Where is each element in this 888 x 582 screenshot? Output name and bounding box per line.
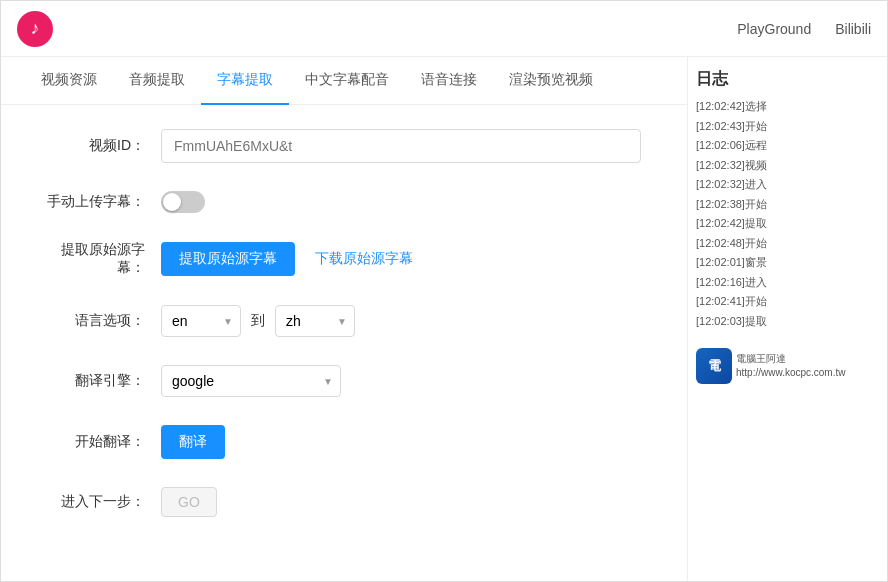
translator-select-wrapper: google baidu deepl ▼ <box>161 365 341 397</box>
log-entry-10: [12:02:41]开始 <box>696 293 879 310</box>
translate-button[interactable]: 翻译 <box>161 425 225 459</box>
log-entry-7: [12:02:48]开始 <box>696 235 879 252</box>
app-container: ♪ PlayGround Bilibili 视频资源 音频提取 字幕提取 中文字… <box>0 0 888 582</box>
log-entry-5: [12:02:38]开始 <box>696 196 879 213</box>
form-content: 视频ID： 手动上传字幕： 提取原始源字幕： <box>1 105 687 581</box>
tab-chinese-dub[interactable]: 中文字幕配音 <box>289 57 405 105</box>
video-id-input[interactable] <box>161 129 641 163</box>
lang-to-select[interactable]: zh en ja <box>275 305 355 337</box>
tabs-bar: 视频资源 音频提取 字幕提取 中文字幕配音 语音连接 渲染预览视频 <box>1 57 687 105</box>
language-row: 语言选项： en zh ja ▼ 到 <box>41 305 647 337</box>
next-step-control: GO <box>161 487 641 517</box>
manual-upload-control <box>161 191 641 213</box>
tab-subtitle-extract[interactable]: 字幕提取 <box>201 57 289 105</box>
content-area: 视频资源 音频提取 字幕提取 中文字幕配音 语音连接 渲染预览视频 视频ID： <box>1 57 687 581</box>
language-label: 语言选项： <box>41 312 161 330</box>
header-nav: PlayGround Bilibili <box>737 17 871 41</box>
log-entry-4: [12:02:32]进入 <box>696 176 879 193</box>
translator-row: 翻译引擎： google baidu deepl ▼ <box>41 365 647 397</box>
video-id-row: 视频ID： <box>41 129 647 163</box>
watermark-text-block: 電腦王阿達 http://www.kocpc.com.tw <box>736 352 845 380</box>
header-left: ♪ <box>17 11 53 47</box>
watermark-icon: 電 <box>696 348 732 384</box>
watermark: 電 電腦王阿達 http://www.kocpc.com.tw <box>696 332 879 384</box>
tab-audio-extract[interactable]: 音频提取 <box>113 57 201 105</box>
extract-subtitle-row: 提取原始源字幕： 提取原始源字幕 下载原始源字幕 <box>41 241 647 277</box>
tab-render-preview[interactable]: 渲染预览视频 <box>493 57 609 105</box>
video-id-label: 视频ID： <box>41 137 161 155</box>
log-entry-8: [12:02:01]窗景 <box>696 254 879 271</box>
main-layout: 视频资源 音频提取 字幕提取 中文字幕配音 语音连接 渲染预览视频 视频ID： <box>1 57 887 581</box>
toggle-knob <box>163 193 181 211</box>
log-entry-1: [12:02:43]开始 <box>696 118 879 135</box>
tab-voice-connect[interactable]: 语音连接 <box>405 57 493 105</box>
extract-subtitle-control: 提取原始源字幕 下载原始源字幕 <box>161 242 641 276</box>
watermark-url: http://www.kocpc.com.tw <box>736 366 845 380</box>
lang-to-wrapper: zh en ja ▼ <box>275 305 355 337</box>
lang-to-separator: 到 <box>251 312 265 330</box>
translator-label: 翻译引擎： <box>41 372 161 390</box>
translator-control: google baidu deepl ▼ <box>161 365 641 397</box>
manual-upload-label: 手动上传字幕： <box>41 193 161 211</box>
log-entry-11: [12:02:03]提取 <box>696 313 879 330</box>
extract-subtitle-label: 提取原始源字幕： <box>41 241 161 277</box>
tab-video-source[interactable]: 视频资源 <box>25 57 113 105</box>
log-entry-2: [12:02:06]远程 <box>696 137 879 154</box>
start-translate-label: 开始翻译： <box>41 433 161 451</box>
logo-icon: ♪ <box>17 11 53 47</box>
manual-upload-row: 手动上传字幕： <box>41 191 647 213</box>
download-subtitle-link[interactable]: 下载原始源字幕 <box>315 250 413 268</box>
next-step-row: 进入下一步： GO <box>41 487 647 517</box>
lang-from-wrapper: en zh ja ▼ <box>161 305 241 337</box>
nav-bilibili[interactable]: Bilibili <box>835 17 871 41</box>
language-control: en zh ja ▼ 到 zh en <box>161 305 641 337</box>
nav-playground[interactable]: PlayGround <box>737 17 811 41</box>
watermark-site-label: 電腦王阿達 <box>736 352 845 366</box>
start-translate-row: 开始翻译： 翻译 <box>41 425 647 459</box>
log-title: 日志 <box>696 69 879 90</box>
extract-subtitle-button[interactable]: 提取原始源字幕 <box>161 242 295 276</box>
start-translate-control: 翻译 <box>161 425 641 459</box>
video-id-control <box>161 129 641 163</box>
lang-from-select[interactable]: en zh ja <box>161 305 241 337</box>
log-entry-9: [12:02:16]进入 <box>696 274 879 291</box>
log-entry-6: [12:02:42]提取 <box>696 215 879 232</box>
manual-upload-toggle[interactable] <box>161 191 205 213</box>
translator-select[interactable]: google baidu deepl <box>161 365 341 397</box>
next-step-button[interactable]: GO <box>161 487 217 517</box>
sidebar-log: 日志 [12:02:42]选择 [12:02:43]开始 [12:02:06]远… <box>687 57 887 581</box>
next-step-label: 进入下一步： <box>41 493 161 511</box>
header: ♪ PlayGround Bilibili <box>1 1 887 57</box>
language-selectors: en zh ja ▼ 到 zh en <box>161 305 641 337</box>
log-entry-0: [12:02:42]选择 <box>696 98 879 115</box>
log-entry-3: [12:02:32]视频 <box>696 157 879 174</box>
